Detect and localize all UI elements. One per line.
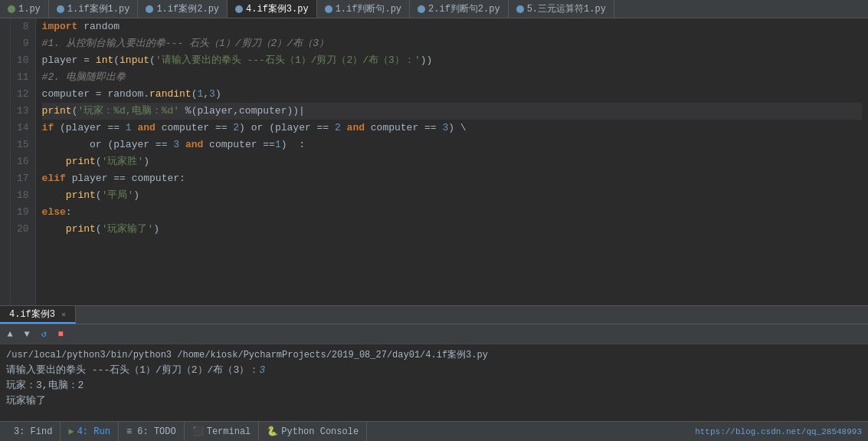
gutter-9 — [0, 35, 10, 52]
linenum-20: 20 — [17, 221, 29, 238]
scroll-down-btn[interactable]: ▼ — [20, 327, 34, 341]
tab-icon-7 — [516, 5, 524, 13]
run-tab-close[interactable]: ✕ — [61, 310, 66, 319]
code-line-9: #1. 从控制台输入要出的拳--- 石头（1）/剪刀（2）/布（3） — [42, 35, 862, 52]
linenum-8: 8 — [17, 18, 29, 35]
tab-if-judge2[interactable]: 2.if判断句2.py — [410, 0, 509, 18]
tab-label-5: 1.if判断句.py — [336, 2, 401, 15]
tab-label-1: 1.py — [18, 4, 41, 15]
tab-if3-active[interactable]: 4.if案例3.py — [228, 0, 317, 18]
run-tab-status[interactable]: ▶ 4: Run — [61, 422, 118, 441]
gutter-19 — [0, 204, 10, 221]
tab-bar: 1.py 1.if案例1.py 1.if案例2.py 4.if案例3.py 1.… — [0, 0, 868, 18]
linenum-17: 17 — [17, 170, 29, 187]
tab-1py[interactable]: 1.py — [0, 0, 49, 18]
gutter-18 — [0, 187, 10, 204]
run-path: /usr/local/python3/bin/python3 /home/kio… — [6, 347, 862, 363]
tab-label-7: 5.三元运算符1.py — [527, 2, 606, 15]
run-input-line: 请输入要出的拳头 ---石头（1）/剪刀（2）/布（3）：3 — [6, 363, 862, 378]
stop-btn[interactable]: ■ — [54, 327, 67, 341]
code-line-14: if (player == 1 and computer == 2) or (p… — [42, 120, 862, 137]
main-area: 8 9 10 11 12 13 14 15 16 17 18 19 20 imp… — [0, 18, 868, 305]
run-output2: 玩家输了 — [6, 393, 862, 409]
tab-icon-5 — [325, 5, 332, 13]
tab-icon-2 — [57, 5, 64, 13]
line-numbers: 8 9 10 11 12 13 14 15 16 17 18 19 20 — [11, 18, 36, 305]
tab-icon-6 — [418, 5, 425, 13]
todo-tab[interactable]: ≡ 6: TODO — [119, 422, 185, 441]
bottom-panel: 4.if案例3 ✕ ▲ ▼ ↺ ■ /usr/local/python3/bin… — [0, 305, 868, 421]
code-line-8: import random — [42, 18, 862, 35]
gutter-14 — [0, 120, 10, 137]
linenum-13: 13 — [17, 103, 29, 120]
status-tabs: 3: Find ▶ 4: Run ≡ 6: TODO ⬛ Terminal 🐍 … — [6, 422, 367, 441]
linenum-10: 10 — [17, 52, 29, 69]
find-label: 3: Find — [14, 426, 52, 437]
linenum-15: 15 — [17, 137, 29, 153]
linenum-12: 12 — [17, 86, 29, 103]
status-url: https://blog.csdn.net/qq_28548993 — [695, 427, 862, 436]
python-console-icon: 🐍 — [267, 426, 278, 437]
gutter-20 — [0, 221, 10, 238]
run-tabs: 4.if案例3 ✕ — [0, 306, 868, 324]
run-input-prompt: 请输入要出的拳头 ---石头（1）/剪刀（2）/布（3）： — [6, 364, 259, 376]
run-output1: 玩家：3,电脑：2 — [6, 378, 862, 393]
left-gutter — [0, 18, 11, 305]
status-bar: 3: Find ▶ 4: Run ≡ 6: TODO ⬛ Terminal 🐍 … — [0, 421, 868, 441]
terminal-label: Terminal — [207, 426, 251, 437]
tab-icon-3 — [146, 5, 153, 13]
linenum-18: 18 — [17, 187, 29, 204]
code-line-16: print('玩家胜') — [42, 153, 862, 170]
tab-icon-4 — [235, 5, 243, 13]
terminal-icon: ⬛ — [192, 426, 204, 437]
linenum-14: 14 — [17, 120, 29, 137]
gutter-10 — [0, 52, 10, 69]
gutter-11 — [0, 69, 10, 86]
run-status-label: 4: Run — [77, 426, 110, 437]
tab-label-4: 4.if案例3.py — [246, 2, 309, 15]
run-input-value: 3 — [259, 364, 265, 376]
run-tab-if3[interactable]: 4.if案例3 ✕ — [0, 306, 76, 324]
todo-label: ≡ 6: TODO — [126, 426, 176, 437]
code-line-17: elif player == computer: — [42, 170, 862, 187]
gutter-8 — [0, 18, 10, 35]
terminal-tab[interactable]: ⬛ Terminal — [185, 422, 260, 441]
code-line-19: else: — [42, 204, 862, 221]
code-editor[interactable]: import random #1. 从控制台输入要出的拳--- 石头（1）/剪刀… — [36, 18, 868, 305]
linenum-19: 19 — [17, 204, 29, 221]
gutter-17 — [0, 170, 10, 187]
tab-if-judge[interactable]: 1.if判断句.py — [317, 0, 410, 18]
find-tab[interactable]: 3: Find — [6, 422, 61, 441]
tab-label-6: 2.if判断句2.py — [428, 2, 500, 15]
gutter-16 — [0, 153, 10, 170]
code-line-11: #2. 电脑随即出拳 — [42, 69, 862, 86]
gutter-15 — [0, 137, 10, 153]
python-console-tab[interactable]: 🐍 Python Console — [259, 422, 367, 441]
tab-if1[interactable]: 1.if案例1.py — [49, 0, 139, 18]
tab-ternary[interactable]: 5.三元运算符1.py — [509, 0, 614, 18]
linenum-11: 11 — [17, 69, 29, 86]
tab-if2[interactable]: 1.if案例2.py — [138, 0, 228, 18]
run-tab-label: 4.if案例3 — [9, 308, 55, 321]
tab-label-3: 1.if案例2.py — [156, 2, 219, 15]
code-line-10: player = int(input('请输入要出的拳头 ---石头（1）/剪刀… — [42, 52, 862, 69]
python-console-label: Python Console — [281, 426, 359, 437]
code-line-15: or (player == 3 and computer ==1) : — [42, 137, 862, 153]
code-line-20: print('玩家输了') — [42, 221, 862, 238]
run-toolbar: ▲ ▼ ↺ ■ — [0, 324, 868, 344]
run-output-content: /usr/local/python3/bin/python3 /home/kio… — [0, 344, 868, 421]
rerun-btn[interactable]: ↺ — [37, 327, 51, 341]
gutter-12 — [0, 86, 10, 103]
code-line-18: print('平局') — [42, 187, 862, 204]
scroll-up-btn[interactable]: ▲ — [3, 327, 17, 341]
linenum-16: 16 — [17, 153, 29, 170]
tab-label-2: 1.if案例1.py — [67, 2, 130, 15]
gutter-13 — [0, 103, 10, 120]
code-line-12: computer = random.randint(1,3) — [42, 86, 862, 103]
code-line-13: print('玩家：%d,电脑：%d' %(player,computer))| — [42, 103, 862, 120]
tab-icon-1 — [8, 5, 15, 13]
linenum-9: 9 — [17, 35, 29, 52]
